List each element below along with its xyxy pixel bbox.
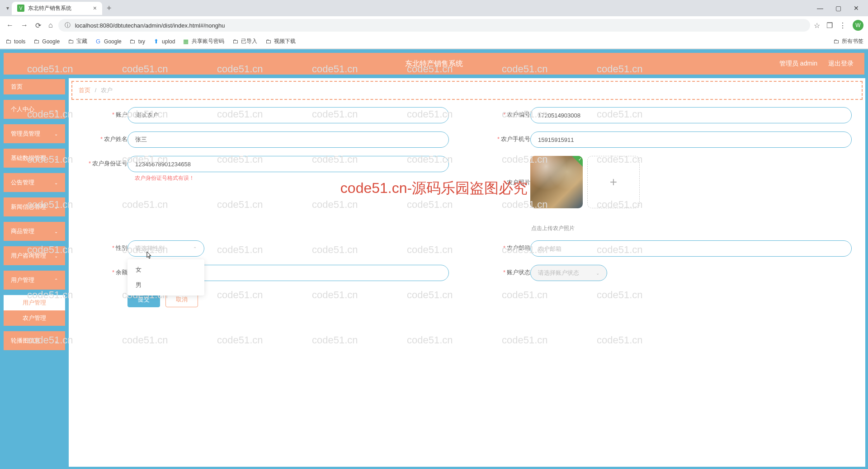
tab-bar: ▾ V 东北特产销售系统 × + — ▢ ✕ [0, 0, 868, 16]
all-bookmarks[interactable]: 🗀所有书签 [832, 38, 863, 45]
sidebar-sub-farmermgmt[interactable]: 农户管理 [4, 310, 65, 326]
farmer-id-error: 农户身份证号格式有误！ [127, 174, 449, 182]
close-window-icon[interactable]: ✕ [852, 5, 861, 12]
browser-tab[interactable]: V 东北特产销售系统 × [12, 2, 102, 15]
site-info-icon[interactable]: ⓘ [65, 21, 71, 29]
app-title: 东北特产销售系统 [405, 59, 463, 69]
app: 东北特产销售系统 管理员 admin 退出登录 首页 个人中心⌄ 管理员管理⌄ … [0, 49, 868, 469]
chevron-down-icon: ⌄ [596, 271, 599, 276]
gender-placeholder: 请选择性别 [135, 244, 165, 253]
label-farmer-photo: *农户照片 [485, 156, 530, 187]
label-gender: *性别 [82, 240, 127, 252]
breadcrumb-separator: / [95, 87, 97, 94]
user-label[interactable]: 管理员 admin [779, 60, 817, 68]
photo-thumbnail[interactable] [530, 156, 583, 208]
farmer-no-input[interactable] [530, 107, 852, 123]
account-status-select[interactable]: 请选择账户状态 ⌄ [530, 265, 607, 281]
home-icon[interactable]: ⌂ [47, 19, 55, 31]
sidebar-item-home[interactable]: 首页 [3, 78, 66, 95]
profile-avatar[interactable]: W [853, 20, 863, 31]
gender-select[interactable]: 请选择性别 ⌃ [127, 240, 204, 257]
chevron-up-icon: ⌃ [54, 278, 58, 283]
sidebar-item-basedata[interactable]: 基础数据管理⌄ [3, 148, 66, 169]
url-text: localhost:8080/dbtutechan/admin/dist/ind… [75, 22, 225, 29]
chevron-down-icon: ⌄ [54, 338, 58, 343]
bookmark-bar: 🗀tools 🗀Google 🗀宝藏 GGoogle 🗀txy ⬆uplod ▦… [0, 34, 868, 49]
breadcrumb-current: 农户 [101, 87, 113, 94]
url-input[interactable]: ⓘ localhost:8080/dbtutechan/admin/dist/i… [58, 19, 810, 32]
farmer-phone-input[interactable] [530, 131, 852, 148]
star-icon[interactable]: ☆ [814, 21, 820, 30]
upload-success-icon [572, 156, 583, 167]
sidebar-sub-usermgmt[interactable]: 用户管理 [4, 295, 65, 310]
tab-dropdown-icon[interactable]: ▾ [4, 5, 12, 11]
forward-icon[interactable]: → [19, 19, 30, 31]
account-status-placeholder: 请选择账户状态 [538, 269, 579, 277]
bookmark-share[interactable]: ▦共享账号密码 [182, 38, 224, 45]
sidebar-item-notice[interactable]: 公告管理⌄ [3, 172, 66, 193]
extension-icon[interactable]: ❐ [826, 21, 833, 30]
bookmark-google2[interactable]: GGoogle [94, 38, 122, 45]
sidebar-item-carousel[interactable]: 轮播图信息⌄ [3, 330, 66, 351]
farmer-name-input[interactable] [127, 131, 449, 148]
gender-option-male[interactable]: 男 [127, 277, 204, 293]
window-controls: — ▢ ✕ [816, 5, 868, 12]
sidebar-item-product[interactable]: 商品管理⌄ [3, 221, 66, 242]
sidebar-item-usermgmt[interactable]: 用户管理⌃ [3, 270, 66, 291]
label-farmer-phone: *农户手机号 [485, 131, 530, 143]
label-farmer-id: *农户身份证号 [82, 156, 127, 168]
bookmark-import[interactable]: 🗀已导入 [231, 38, 257, 45]
farmer-id-input[interactable] [127, 156, 449, 172]
sidebar-item-personal[interactable]: 个人中心⌄ [3, 99, 66, 120]
chevron-down-icon: ⌄ [54, 229, 58, 234]
sidebar: 首页 个人中心⌄ 管理员管理⌄ 基础数据管理⌄ 公告管理⌄ 新闻信息管理⌄ 商品… [3, 78, 66, 467]
tab-close-icon[interactable]: × [93, 5, 97, 12]
gender-dropdown: 女 男 [127, 259, 204, 295]
new-tab-button[interactable]: + [102, 4, 116, 13]
breadcrumb: 首页 / 农户 [71, 81, 863, 100]
sidebar-item-news[interactable]: 新闻信息管理⌄ [3, 197, 66, 217]
chevron-down-icon: ⌄ [54, 205, 58, 210]
label-account-status: *账户状态 [485, 265, 530, 277]
label-account: *账户 [82, 107, 127, 119]
bookmark-txy[interactable]: 🗀txy [129, 38, 145, 45]
label-farmer-email: *农户邮箱 [485, 240, 530, 252]
photo-upload-button[interactable]: + [587, 156, 640, 208]
plus-icon: + [610, 175, 617, 189]
farmer-form: *账户 *农户编号 *农户姓名 *农户手机号 [69, 103, 865, 312]
label-farmer-name: *农户姓名 [82, 131, 127, 143]
sidebar-submenu: 用户管理 农户管理 [3, 294, 66, 327]
farmer-email-input[interactable] [530, 240, 852, 257]
reload-icon[interactable]: ⟳ [33, 19, 43, 32]
tab-title: 东北特产销售系统 [28, 5, 71, 12]
maximize-icon[interactable]: ▢ [834, 5, 843, 12]
tab-favicon-icon: V [17, 5, 24, 12]
app-header: 东北特产销售系统 管理员 admin 退出登录 [3, 52, 865, 75]
breadcrumb-home[interactable]: 首页 [79, 87, 90, 94]
bookmark-google1[interactable]: 🗀Google [33, 38, 60, 45]
label-balance: *余额 [82, 265, 127, 277]
minimize-icon[interactable]: — [816, 5, 825, 12]
gender-option-female[interactable]: 女 [127, 262, 204, 277]
chevron-down-icon: ⌄ [54, 156, 58, 161]
menu-icon[interactable]: ⋮ [839, 21, 846, 30]
chevron-up-icon: ⌃ [193, 246, 197, 251]
browser-chrome: ▾ V 东北特产销售系统 × + — ▢ ✕ ← → ⟳ ⌂ ⓘ localho… [0, 0, 868, 49]
account-input[interactable] [127, 107, 449, 123]
bookmark-video[interactable]: 🗀视频下载 [264, 38, 296, 45]
logout-button[interactable]: 退出登录 [828, 60, 854, 68]
main-content: 首页 / 农户 *账户 *农户编号 *农户姓 [69, 78, 865, 467]
chevron-down-icon: ⌄ [54, 131, 58, 136]
upload-hint: 点击上传农户照片 [530, 225, 852, 232]
bookmark-uplod[interactable]: ⬆uplod [152, 38, 175, 45]
sidebar-item-admin[interactable]: 管理员管理⌄ [3, 123, 66, 144]
chevron-down-icon: ⌄ [54, 253, 58, 258]
back-icon[interactable]: ← [5, 19, 15, 31]
bookmark-baozang[interactable]: 🗀宝藏 [67, 38, 87, 45]
chevron-down-icon: ⌄ [54, 180, 58, 185]
bookmark-tools[interactable]: 🗀tools [5, 38, 25, 45]
label-farmer-no: *农户编号 [485, 107, 530, 119]
chevron-down-icon: ⌄ [54, 107, 58, 112]
sidebar-item-consult[interactable]: 用户咨询管理⌄ [3, 245, 66, 266]
url-bar: ← → ⟳ ⌂ ⓘ localhost:8080/dbtutechan/admi… [0, 16, 868, 34]
